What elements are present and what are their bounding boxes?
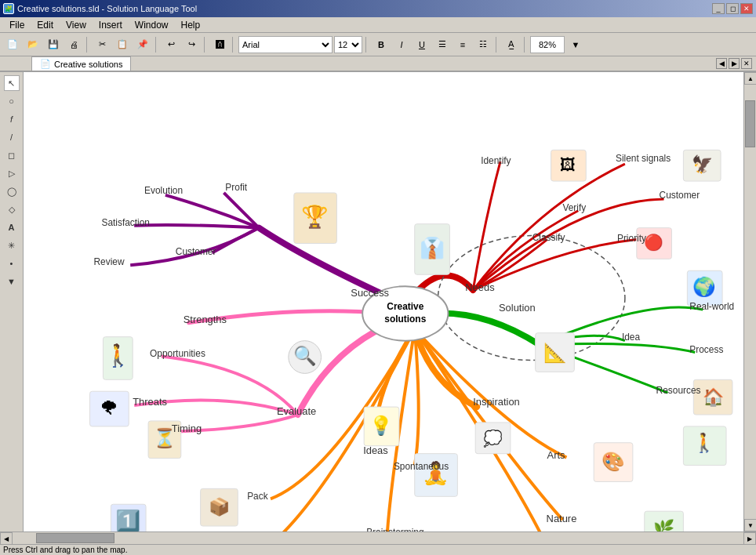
- tool-play[interactable]: ▷: [4, 165, 20, 181]
- tool-diamond[interactable]: ◇: [4, 201, 20, 217]
- undo-button[interactable]: ↩: [162, 36, 180, 53]
- cut-button[interactable]: ✂: [93, 36, 111, 53]
- menu-edit[interactable]: Edit: [31, 18, 60, 32]
- sep3: [204, 37, 207, 53]
- svg-text:🔍: 🔍: [293, 344, 317, 367]
- window-controls: _ ◻ ✕: [712, 3, 753, 14]
- svg-text:🖼: 🖼: [560, 156, 576, 173]
- svg-text:Identify: Identify: [481, 155, 511, 166]
- titlebar: 🧩 Creative solutions.sld - Solution Lang…: [0, 0, 756, 17]
- window-title: Creative solutions.sld - Solution Langua…: [17, 4, 712, 13]
- sep6: [496, 37, 499, 53]
- app-icon: 🧩: [3, 3, 14, 14]
- vertical-scrollbar[interactable]: ▲ ▼: [743, 72, 756, 531]
- redo-button[interactable]: ↪: [182, 36, 201, 53]
- tab-close[interactable]: ✕: [741, 58, 752, 69]
- svg-text:Solution: Solution: [499, 302, 536, 314]
- align-right-button[interactable]: ☷: [474, 36, 492, 53]
- svg-text:Threats: Threats: [133, 396, 167, 408]
- svg-text:Spontaneous: Spontaneous: [394, 461, 449, 472]
- print-button[interactable]: 🖨: [64, 36, 83, 53]
- tool-pointer[interactable]: ↖: [4, 75, 20, 91]
- svg-text:📦: 📦: [209, 496, 231, 517]
- tool-rectangle[interactable]: ◻: [4, 147, 20, 163]
- font-selector[interactable]: Arial: [238, 36, 333, 53]
- tool-star[interactable]: ✳: [4, 238, 20, 253]
- sep7: [524, 37, 527, 53]
- svg-text:solutions: solutions: [384, 314, 426, 325]
- svg-text:Success: Success: [351, 287, 389, 299]
- scroll-left-button[interactable]: ◀: [0, 532, 13, 545]
- svg-text:Ideas: Ideas: [363, 444, 388, 456]
- svg-text:Opportunities: Opportunities: [150, 348, 205, 359]
- menu-help[interactable]: Help: [175, 18, 207, 32]
- tab-icon: 📄: [40, 59, 51, 69]
- bold-button[interactable]: B: [372, 36, 391, 53]
- svg-text:Nature: Nature: [547, 513, 577, 524]
- close-button[interactable]: ✕: [740, 3, 753, 14]
- horizontal-scrollbar[interactable]: ◀ ▶: [0, 531, 756, 544]
- svg-text:Resources: Resources: [656, 385, 701, 396]
- hscroll-thumb[interactable]: [36, 533, 114, 543]
- svg-text:🦅: 🦅: [692, 154, 714, 175]
- menu-insert[interactable]: Insert: [93, 18, 129, 32]
- menu-file[interactable]: File: [3, 18, 31, 32]
- sep4: [232, 37, 235, 53]
- svg-text:🔴: 🔴: [644, 233, 663, 252]
- tab-navigation: ◀ ▶ ✕: [716, 58, 752, 69]
- font-size-selector[interactable]: 12: [334, 36, 362, 53]
- svg-text:Evaluate: Evaluate: [277, 405, 316, 417]
- svg-text:🏆: 🏆: [301, 204, 329, 230]
- svg-text:Evolution: Evolution: [144, 185, 183, 196]
- menu-window[interactable]: Window: [129, 18, 175, 32]
- tabbar: 📄 Creative solutions ◀ ▶ ✕: [0, 56, 756, 72]
- menu-view[interactable]: View: [60, 18, 93, 32]
- tool-circle[interactable]: ◯: [4, 183, 20, 199]
- svg-text:🌍: 🌍: [692, 275, 716, 298]
- svg-text:Process: Process: [689, 344, 723, 355]
- svg-text:🌿: 🌿: [653, 518, 675, 531]
- scroll-up-button[interactable]: ▲: [744, 72, 756, 85]
- svg-text:👔: 👔: [420, 236, 445, 260]
- canvas-area[interactable]: 🏆 👔 🌍 📐 🏠 🔴 🖼 💡 🔍 🌪 ⏳ 🚶: [24, 72, 743, 531]
- svg-text:🚶: 🚶: [692, 431, 716, 454]
- tool-more[interactable]: ▼: [4, 274, 20, 289]
- vscroll-thumb[interactable]: [745, 100, 755, 147]
- tool-text[interactable]: A: [4, 219, 20, 235]
- italic-button[interactable]: I: [392, 36, 411, 53]
- zoom-input[interactable]: [530, 36, 565, 53]
- svg-text:🌪: 🌪: [100, 397, 118, 419]
- zoom-dropdown[interactable]: ▼: [566, 36, 585, 53]
- sidebar-tools: ↖ ○ f / ◻ ▷ ◯ ◇ A ✳ • ▼: [0, 72, 24, 531]
- paste-button[interactable]: 📌: [133, 36, 152, 53]
- svg-text:Verify: Verify: [562, 202, 586, 213]
- underline-button[interactable]: U: [413, 36, 431, 53]
- new-button[interactable]: 📄: [3, 36, 22, 53]
- tab-creative-solutions[interactable]: 📄 Creative solutions: [31, 56, 131, 71]
- tool-line[interactable]: /: [4, 129, 20, 145]
- tab-next[interactable]: ▶: [729, 58, 740, 69]
- sep1: [86, 37, 89, 53]
- open-button[interactable]: 📂: [24, 36, 42, 53]
- copy-button[interactable]: 📋: [113, 36, 132, 53]
- tool-bullet[interactable]: •: [4, 256, 20, 271]
- svg-text:Silent signals: Silent signals: [616, 153, 671, 164]
- save-button[interactable]: 💾: [44, 36, 63, 53]
- format-button[interactable]: 🅰: [210, 36, 229, 53]
- scroll-down-button[interactable]: ▼: [744, 519, 756, 531]
- svg-text:🏠: 🏠: [703, 386, 725, 408]
- font-color-button[interactable]: A̲: [502, 36, 521, 53]
- minimize-button[interactable]: _: [712, 3, 725, 14]
- svg-text:💭: 💭: [483, 429, 503, 448]
- align-center-button[interactable]: ≡: [453, 36, 472, 53]
- tool-oval[interactable]: ○: [4, 93, 20, 109]
- restore-button[interactable]: ◻: [726, 3, 739, 14]
- tab-prev[interactable]: ◀: [716, 58, 727, 69]
- svg-text:Customer: Customer: [176, 246, 216, 257]
- align-left-button[interactable]: ☰: [433, 36, 452, 53]
- scroll-right-button[interactable]: ▶: [743, 532, 756, 545]
- tool-function[interactable]: f: [4, 111, 20, 127]
- svg-text:Classify: Classify: [532, 232, 565, 243]
- svg-text:1️⃣: 1️⃣: [115, 509, 141, 531]
- toolbar: 📄 📂 💾 🖨 ✂ 📋 📌 ↩ ↪ 🅰 Arial 12 B I U ☰ ≡ ☷…: [0, 33, 756, 56]
